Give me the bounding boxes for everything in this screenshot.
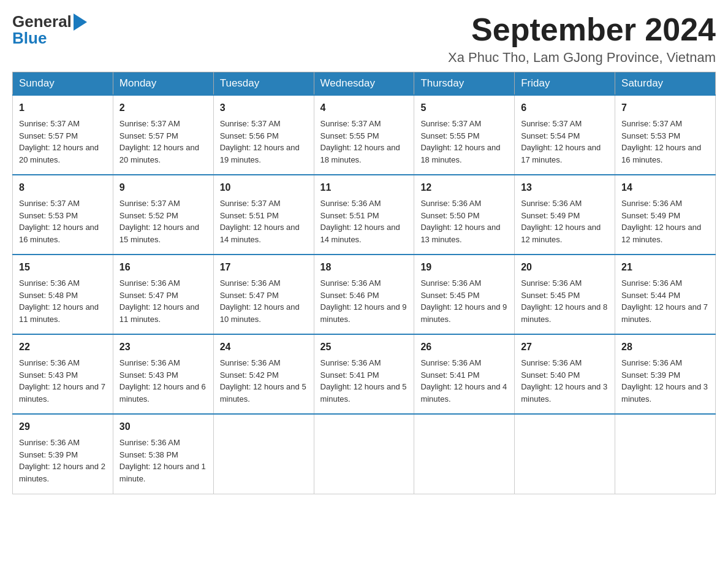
day-daylight: Daylight: 12 hours and 16 minutes.: [19, 223, 99, 244]
day-sunset: Sunset: 5:57 PM: [119, 131, 178, 140]
day-daylight: Daylight: 12 hours and 20 minutes.: [119, 143, 199, 164]
day-sunrise: Sunrise: 5:36 AM: [19, 278, 80, 288]
col-saturday: Saturday: [615, 72, 716, 96]
calendar-week-row: 1 Sunrise: 5:37 AM Sunset: 5:57 PM Dayli…: [13, 95, 716, 175]
day-number: 22: [19, 340, 107, 354]
table-row: 11 Sunrise: 5:36 AM Sunset: 5:51 PM Dayl…: [314, 175, 414, 255]
day-sunrise: Sunrise: 5:36 AM: [119, 278, 180, 288]
day-sunrise: Sunrise: 5:37 AM: [220, 119, 281, 128]
table-row: 21 Sunrise: 5:36 AM Sunset: 5:44 PM Dayl…: [615, 255, 716, 334]
table-row: [414, 414, 515, 494]
day-number: 20: [521, 260, 609, 275]
day-sunset: Sunset: 5:40 PM: [521, 370, 580, 380]
day-number: 23: [119, 340, 207, 354]
day-sunrise: Sunrise: 5:36 AM: [19, 438, 80, 447]
day-sunrise: Sunrise: 5:37 AM: [420, 119, 481, 128]
day-sunrise: Sunrise: 5:36 AM: [19, 358, 80, 367]
day-daylight: Daylight: 12 hours and 14 minutes.: [220, 223, 300, 244]
day-sunset: Sunset: 5:49 PM: [621, 211, 680, 220]
day-number: 18: [320, 260, 408, 275]
day-sunrise: Sunrise: 5:36 AM: [220, 278, 281, 288]
day-daylight: Daylight: 12 hours and 17 minutes.: [521, 143, 601, 164]
day-sunrise: Sunrise: 5:36 AM: [621, 199, 682, 208]
day-daylight: Daylight: 12 hours and 10 minutes.: [220, 302, 300, 324]
day-sunrise: Sunrise: 5:37 AM: [19, 119, 80, 128]
calendar-week-row: 8 Sunrise: 5:37 AM Sunset: 5:53 PM Dayli…: [13, 175, 716, 255]
table-row: 12 Sunrise: 5:36 AM Sunset: 5:50 PM Dayl…: [414, 175, 515, 255]
day-daylight: Daylight: 12 hours and 18 minutes.: [420, 143, 500, 164]
table-row: 6 Sunrise: 5:37 AM Sunset: 5:54 PM Dayli…: [515, 95, 615, 175]
day-daylight: Daylight: 12 hours and 5 minutes.: [220, 382, 306, 404]
day-sunrise: Sunrise: 5:37 AM: [320, 119, 381, 128]
table-row: [515, 414, 615, 494]
day-daylight: Daylight: 12 hours and 7 minutes.: [621, 302, 708, 324]
day-sunrise: Sunrise: 5:37 AM: [119, 119, 180, 128]
calendar-table: Sunday Monday Tuesday Wednesday Thursday…: [12, 72, 716, 494]
day-number: 5: [420, 101, 508, 115]
day-sunset: Sunset: 5:52 PM: [119, 211, 178, 220]
day-sunrise: Sunrise: 5:36 AM: [420, 278, 481, 288]
day-number: 13: [521, 180, 609, 195]
day-sunset: Sunset: 5:48 PM: [19, 291, 78, 300]
day-daylight: Daylight: 12 hours and 12 minutes.: [521, 223, 601, 244]
table-row: 1 Sunrise: 5:37 AM Sunset: 5:57 PM Dayli…: [13, 95, 113, 175]
day-daylight: Daylight: 12 hours and 6 minutes.: [119, 382, 206, 404]
day-number: 24: [220, 340, 308, 354]
day-daylight: Daylight: 12 hours and 3 minutes.: [621, 382, 708, 404]
day-sunrise: Sunrise: 5:36 AM: [420, 358, 481, 367]
day-number: 28: [621, 340, 709, 354]
col-sunday: Sunday: [13, 72, 113, 96]
day-daylight: Daylight: 12 hours and 20 minutes.: [19, 143, 99, 164]
day-number: 27: [521, 340, 609, 354]
calendar-week-row: 15 Sunrise: 5:36 AM Sunset: 5:48 PM Dayl…: [13, 255, 716, 334]
day-sunset: Sunset: 5:43 PM: [119, 370, 178, 380]
day-sunset: Sunset: 5:41 PM: [320, 370, 379, 380]
table-row: 10 Sunrise: 5:37 AM Sunset: 5:51 PM Dayl…: [213, 175, 314, 255]
day-sunset: Sunset: 5:44 PM: [621, 291, 680, 300]
day-sunrise: Sunrise: 5:37 AM: [220, 199, 281, 208]
day-sunset: Sunset: 5:43 PM: [19, 370, 78, 380]
day-daylight: Daylight: 12 hours and 14 minutes.: [320, 223, 400, 244]
table-row: [615, 414, 716, 494]
day-sunrise: Sunrise: 5:37 AM: [521, 119, 582, 128]
day-sunset: Sunset: 5:41 PM: [420, 370, 479, 380]
day-sunrise: Sunrise: 5:36 AM: [220, 358, 281, 367]
calendar-header-row: Sunday Monday Tuesday Wednesday Thursday…: [13, 72, 716, 96]
title-section: September 2024 Xa Phuc Tho, Lam GJong Pr…: [448, 12, 716, 66]
logo: General Blue: [12, 12, 87, 48]
day-sunset: Sunset: 5:53 PM: [19, 211, 78, 220]
page-header: General Blue September 2024 Xa Phuc Tho,…: [12, 12, 716, 66]
day-sunset: Sunset: 5:42 PM: [220, 370, 279, 380]
day-sunset: Sunset: 5:55 PM: [320, 131, 379, 140]
table-row: 5 Sunrise: 5:37 AM Sunset: 5:55 PM Dayli…: [414, 95, 515, 175]
day-daylight: Daylight: 12 hours and 3 minutes.: [521, 382, 607, 404]
day-number: 9: [119, 180, 207, 195]
day-number: 21: [621, 260, 709, 275]
day-number: 14: [621, 180, 709, 195]
day-number: 29: [19, 419, 107, 434]
table-row: 7 Sunrise: 5:37 AM Sunset: 5:53 PM Dayli…: [615, 95, 716, 175]
day-number: 15: [19, 260, 107, 275]
day-daylight: Daylight: 12 hours and 11 minutes.: [19, 302, 99, 324]
table-row: 22 Sunrise: 5:36 AM Sunset: 5:43 PM Dayl…: [13, 334, 113, 414]
day-sunrise: Sunrise: 5:37 AM: [119, 199, 180, 208]
day-sunrise: Sunrise: 5:36 AM: [521, 199, 582, 208]
day-sunrise: Sunrise: 5:37 AM: [621, 119, 682, 128]
day-sunrise: Sunrise: 5:37 AM: [19, 199, 80, 208]
table-row: 18 Sunrise: 5:36 AM Sunset: 5:46 PM Dayl…: [314, 255, 414, 334]
col-wednesday: Wednesday: [314, 72, 414, 96]
table-row: 9 Sunrise: 5:37 AM Sunset: 5:52 PM Dayli…: [113, 175, 213, 255]
day-sunset: Sunset: 5:51 PM: [320, 211, 379, 220]
day-sunrise: Sunrise: 5:36 AM: [420, 199, 481, 208]
day-daylight: Daylight: 12 hours and 4 minutes.: [420, 382, 507, 404]
day-sunset: Sunset: 5:56 PM: [220, 131, 279, 140]
day-sunset: Sunset: 5:45 PM: [521, 291, 580, 300]
day-daylight: Daylight: 12 hours and 12 minutes.: [621, 223, 701, 244]
day-sunset: Sunset: 5:53 PM: [621, 131, 680, 140]
day-sunrise: Sunrise: 5:36 AM: [521, 278, 582, 288]
day-sunset: Sunset: 5:39 PM: [621, 370, 680, 380]
day-sunrise: Sunrise: 5:36 AM: [119, 438, 180, 447]
day-sunset: Sunset: 5:55 PM: [420, 131, 479, 140]
day-daylight: Daylight: 12 hours and 11 minutes.: [119, 302, 199, 324]
day-sunrise: Sunrise: 5:36 AM: [320, 278, 381, 288]
